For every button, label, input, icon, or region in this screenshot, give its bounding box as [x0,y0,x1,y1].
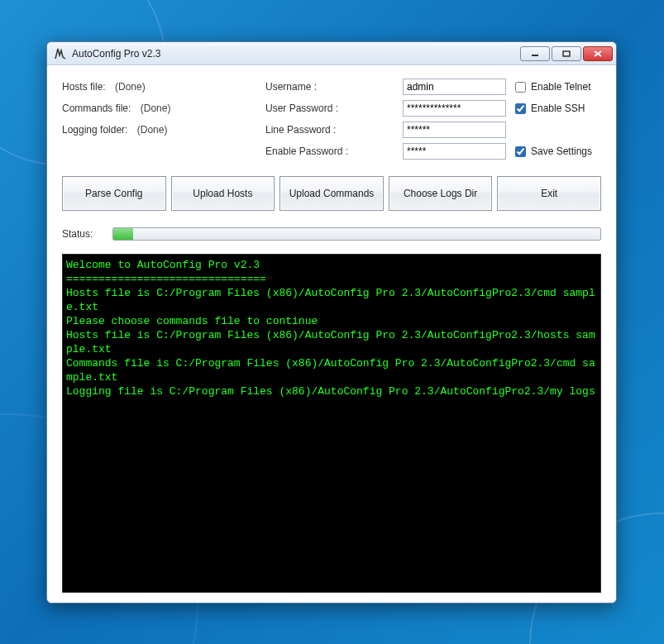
hosts-file-label: Hosts file: [62,81,106,93]
client-area: Hosts file: (Done) Username : Enable Tel… [47,65,616,603]
enable-telnet-checkbox[interactable]: Enable Telnet [515,81,639,93]
window-title: AutoConfig Pro v2.3 [72,48,160,60]
status-row: Status: [62,227,601,241]
button-row: Parse Config Upload Hosts Upload Command… [62,176,601,211]
app-icon [54,47,67,60]
enable-password-label: Enable Password : [265,145,398,157]
caption-buttons [520,46,613,61]
enable-ssh-check[interactable] [515,103,526,114]
user-password-label: User Password : [265,103,398,114]
enable-ssh-checkbox[interactable]: Enable SSH [515,103,639,114]
save-settings-label: Save Settings [531,145,592,157]
progress-bar-track [112,227,601,241]
minimize-button[interactable] [520,46,550,61]
username-label: Username : [265,81,398,93]
line-password-input[interactable] [403,122,506,138]
line-password-label: Line Password : [265,124,398,136]
save-settings-checkbox[interactable]: Save Settings [515,145,639,157]
hosts-file-status: (Done) [115,81,146,93]
enable-telnet-check[interactable] [515,82,526,93]
parse-config-button[interactable]: Parse Config [62,176,166,211]
logging-folder-status: (Done) [137,124,168,136]
console-output[interactable]: Welcome to AutoConfig Pro v2.3 =========… [62,254,601,593]
choose-logs-dir-button[interactable]: Choose Logs Dir [389,176,493,211]
status-label: Status: [62,228,93,240]
upload-commands-button[interactable]: Upload Commands [279,176,384,211]
logging-folder-label: Logging folder: [62,124,127,136]
enable-telnet-label: Enable Telnet [531,81,591,93]
enable-password-input[interactable] [403,143,506,160]
app-window: AutoConfig Pro v2.3 Hosts file: (Done) U… [46,41,617,603]
username-input[interactable] [403,79,506,95]
titlebar[interactable]: AutoConfig Pro v2.3 [47,42,616,65]
maximize-button[interactable] [552,46,581,61]
progress-bar-fill [113,228,133,240]
svg-rect-1 [563,51,570,56]
exit-button[interactable]: Exit [497,176,601,211]
enable-ssh-label: Enable SSH [531,103,585,114]
user-password-input[interactable] [403,100,506,117]
settings-grid: Hosts file: (Done) Username : Enable Tel… [62,79,601,160]
upload-hosts-button[interactable]: Upload Hosts [171,176,275,211]
commands-file-label: Commands file: [62,103,131,114]
commands-file-status: (Done) [141,103,171,114]
close-button[interactable] [583,46,613,61]
save-settings-check[interactable] [515,146,526,157]
